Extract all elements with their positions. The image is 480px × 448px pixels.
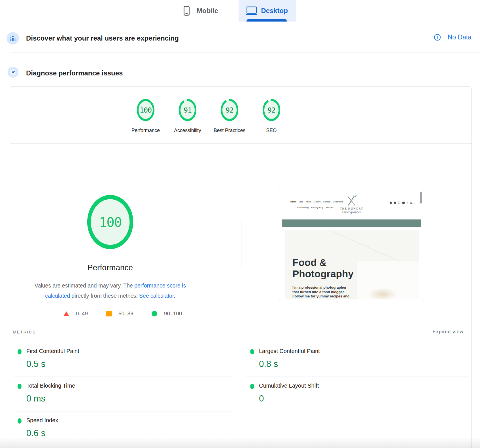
metrics-heading: METRICS	[13, 329, 36, 334]
desc-text: directly from these metrics.	[70, 293, 139, 299]
green-metric-dot	[18, 418, 22, 424]
metric-speed-index: Speed Index 0.6 s	[14, 411, 233, 448]
tiktok-icon: ♪	[407, 202, 408, 204]
performance-score-link[interactable]: performance score is	[134, 282, 186, 289]
no-data-link[interactable]: No Data	[434, 33, 471, 41]
thumb-nav-photography: Photography	[311, 206, 323, 209]
metric-largest-contentful-paint: Largest Contentful Paint 0.8 s	[246, 342, 468, 377]
accessibility-score: 91	[179, 99, 197, 121]
gauge-accessibility[interactable]: 91 Accessibility	[165, 99, 210, 134]
thumb-logo-title: THE HUNGRY	[329, 207, 374, 210]
performance-summary-gauge: 100	[86, 194, 134, 250]
mobile-phone-icon	[184, 6, 190, 16]
thumb-nav-decorating: Decorating	[333, 200, 343, 203]
legend-item-fail: 0–49	[63, 310, 88, 317]
metric-cumulative-layout-shift: Cumulative Layout Shift 0	[246, 377, 468, 411]
active-tab-indicator	[247, 19, 287, 22]
metric-value: 0.6 s	[26, 428, 45, 439]
gauge-performance[interactable]: 100 Performance	[123, 99, 168, 134]
thumbnail-nav-row1: Home Blog About Gallery Contact Decorati…	[290, 200, 343, 203]
tab-mobile-label: Mobile	[197, 7, 218, 15]
gauge-best-practices[interactable]: 92 Best Practices	[207, 99, 252, 134]
column-divider	[241, 220, 241, 268]
search-icon	[410, 202, 412, 204]
performance-gauge-label: Performance	[123, 128, 168, 134]
orange-square-icon	[106, 311, 112, 316]
green-metric-dot	[18, 384, 22, 389]
gauges-divider	[10, 143, 471, 144]
tab-mobile[interactable]: Mobile	[184, 0, 218, 22]
thumb-nav-blog: Blog	[299, 200, 303, 203]
thumb-nav-home: Home	[290, 200, 296, 203]
real-users-heading: Discover what your real users are experi…	[26, 34, 179, 42]
performance-summary-title: Performance	[54, 263, 167, 272]
report-card: 100 Performance 91 Accessibility 92 Best…	[10, 86, 472, 448]
performance-summary-description: Values are estimated and may vary. The p…	[22, 280, 198, 301]
thumb-nav-gallery: Gallery	[314, 200, 320, 203]
tab-desktop[interactable]: Desktop	[239, 0, 296, 22]
diagnose-heading: Diagnose performance issues	[26, 69, 123, 77]
metric-name: Total Blocking Time	[26, 382, 75, 390]
pagespeed-report-page: Mobile Desktop Discover what your real u…	[0, 0, 480, 448]
desktop-laptop-icon	[247, 7, 257, 14]
legend-range: 0–49	[76, 310, 88, 317]
metric-value: 0 ms	[26, 393, 45, 404]
metric-name: Largest Contentful Paint	[259, 347, 320, 355]
red-triangle-icon	[63, 311, 69, 316]
thumbnail-scrollbar	[420, 192, 422, 204]
desc-text: Values are estimated and may vary. The	[35, 282, 134, 289]
seo-gauge-label: SEO	[249, 128, 294, 134]
thumb-logo-script: Photographer	[329, 210, 374, 214]
thumb-hero-paragraph: I'm a professional photographer that tur…	[292, 286, 349, 299]
green-metric-dot	[250, 384, 254, 389]
pinterest-icon	[402, 202, 405, 204]
metrics-column-right: Largest Contentful Paint 0.8 s Cumulativ…	[246, 342, 468, 411]
metric-value: 0	[259, 393, 264, 404]
legend-item-average: 50–89	[106, 310, 133, 317]
green-circle-icon	[152, 311, 157, 316]
thumbnail-hero-area: Food &Photography I'm a professional pho…	[285, 230, 419, 299]
food-item-blur	[368, 288, 397, 299]
metric-first-contentful-paint: First Contentful Paint 0.5 s	[14, 342, 233, 377]
instagram-icon	[398, 202, 400, 204]
legend-item-good: 90–100	[152, 310, 182, 317]
metric-name: Cumulative Layout Shift	[259, 382, 319, 390]
gauge-seo[interactable]: 92 SEO	[249, 99, 294, 134]
legend-range: 50–89	[118, 310, 133, 317]
metric-total-blocking-time: Total Blocking Time 0 ms	[14, 377, 233, 411]
thumbnail-social-icons: ♪	[390, 202, 412, 204]
diagnose-speedometer-icon	[8, 67, 18, 78]
green-metric-dot	[250, 349, 254, 354]
metric-value: 0.8 s	[259, 358, 278, 370]
metrics-column-left: First Contentful Paint 0.5 s Total Block…	[14, 342, 233, 448]
no-data-label: No Data	[448, 33, 471, 41]
metric-name: First Contentful Paint	[26, 347, 79, 355]
real-users-icon	[7, 32, 19, 45]
facebook-icon	[390, 202, 392, 204]
see-calculator-link[interactable]: See calculator.	[139, 293, 175, 299]
users-chart-glyph	[9, 35, 17, 42]
performance-score: 100	[137, 99, 155, 121]
best-practices-gauge-label: Best Practices	[207, 128, 252, 134]
metric-value: 0.5 s	[26, 358, 45, 370]
score-legend: 0–49 50–89 90–100	[38, 310, 208, 317]
green-metric-dot	[18, 349, 22, 354]
twitter-icon	[394, 202, 396, 204]
thumbnail-green-band	[282, 219, 421, 227]
info-icon	[434, 34, 441, 41]
metric-name: Speed Index	[26, 416, 58, 424]
thumb-nav-about: About	[306, 200, 311, 203]
seo-score: 92	[262, 99, 281, 121]
thumb-nav-contact: Contact	[323, 200, 330, 203]
legend-range: 90–100	[164, 310, 182, 317]
hungry-photographer-logo-icon	[345, 194, 358, 208]
thumb-hero-heading: Food &Photography	[292, 257, 354, 280]
performance-summary-score: 100	[86, 194, 134, 250]
page-screenshot-thumbnail[interactable]: Home Blog About Gallery Contact Decorati…	[279, 190, 423, 300]
calculated-link[interactable]: calculated	[45, 293, 70, 299]
expand-view-link[interactable]: Expand view	[432, 329, 464, 335]
tab-desktop-label: Desktop	[261, 7, 288, 15]
accessibility-gauge-label: Accessibility	[165, 128, 210, 134]
thumbnail-nav-row2: Entertaining Photography Recipes	[297, 206, 334, 209]
best-practices-score: 92	[220, 99, 239, 121]
